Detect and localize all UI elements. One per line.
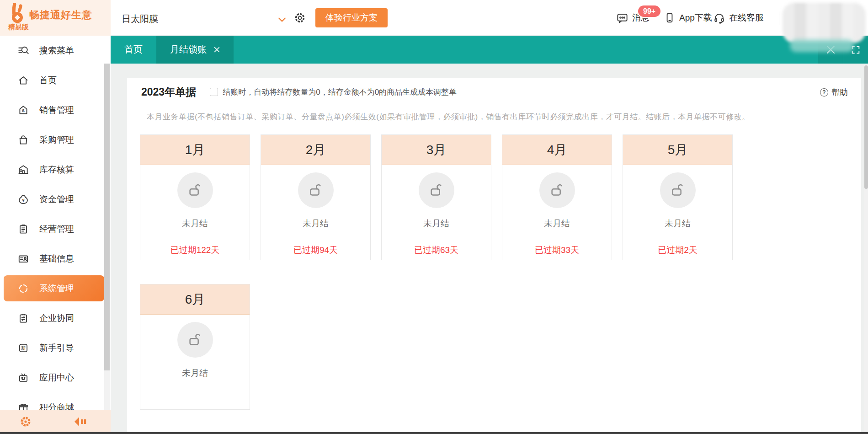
chevron-down-icon <box>277 15 287 25</box>
sidebar-item-sales[interactable]: $ 销售管理 <box>0 95 111 125</box>
svg-text:新: 新 <box>21 346 26 351</box>
sidebar-item-beginner-guide[interactable]: 新 新手引导 <box>0 333 111 363</box>
sidebar-item-label: 积分商城 <box>39 402 74 410</box>
month-card-jun: 6月 未月结 <box>140 284 250 410</box>
gift-icon <box>17 402 29 410</box>
tab-home[interactable]: 首页 <box>111 36 156 64</box>
warehouse-icon <box>17 164 29 176</box>
lock-circle <box>419 172 454 208</box>
month-status: 未月结 <box>544 218 570 230</box>
online-support-button[interactable]: 在线客服 <box>713 0 764 36</box>
clipboard-arrows-icon <box>17 312 29 324</box>
month-card-mar: 3月 未月结 已过期63天 <box>381 134 491 260</box>
sidebar-item-label: 库存核算 <box>39 164 74 176</box>
sidebar-item-basic-info[interactable]: 基础信息 <box>0 244 111 273</box>
month-card-header[interactable]: 1月 <box>140 135 250 165</box>
month-card-body: 未月结 已过期33天 <box>502 165 612 260</box>
brand-panel: 畅捷通好生意 精易版 <box>0 0 111 36</box>
sales-house-dollar-icon: $ <box>17 104 29 116</box>
help-icon: ? <box>820 88 828 96</box>
month-card-body: 未月结 已过期63天 <box>382 165 491 260</box>
page-scrollbar[interactable] <box>864 64 868 434</box>
open-tabs-bar: 首页 月结锁账 <box>111 36 868 64</box>
month-card-feb: 2月 未月结 已过期94天 <box>261 134 371 260</box>
unlock-icon <box>186 331 204 348</box>
store-selector[interactable]: 日太阳膜 <box>121 9 293 29</box>
sidebar-item-inventory[interactable]: 库存核算 <box>0 155 111 184</box>
sidebar-item-label: 应用中心 <box>39 372 74 384</box>
month-status: 未月结 <box>665 218 691 230</box>
help-label: 帮助 <box>831 87 848 98</box>
sidebar-item-label: 新手引导 <box>39 342 74 354</box>
lock-circle <box>298 172 334 208</box>
sidebar-scrollbar[interactable] <box>104 64 110 410</box>
month-overdue: 已过期33天 <box>535 244 579 255</box>
brand-edition-badge: 精易版 <box>8 23 29 32</box>
unlock-icon <box>548 182 566 199</box>
sidebar-item-purchase[interactable]: 采购管理 <box>0 125 111 155</box>
page-scrollbar-thumb[interactable] <box>864 65 868 189</box>
money-bag-icon: ¥ <box>17 193 29 205</box>
tab-home-label: 首页 <box>124 43 143 56</box>
user-account-blurred[interactable] <box>783 3 866 43</box>
sidebar-scrollbar-thumb[interactable] <box>104 64 110 370</box>
search-icon <box>17 45 29 57</box>
blur-smudge <box>790 39 854 52</box>
month-card-header[interactable]: 6月 <box>140 284 250 315</box>
month-card-header[interactable]: 2月 <box>261 135 370 165</box>
lock-circle <box>177 172 213 208</box>
app-header: 畅捷通好生意 精易版 日太阳膜 体验行业方案 消息 99+ <box>0 0 868 36</box>
month-overdue: 已过期2天 <box>658 244 698 255</box>
id-card-icon <box>17 253 29 265</box>
sidebar-item-label: 搜索菜单 <box>39 45 74 57</box>
online-support-label: 在线客服 <box>729 12 764 24</box>
tab-close-icon[interactable] <box>214 47 220 53</box>
taskbar-edge <box>0 432 868 434</box>
sidebar-menu: 搜索菜单 首页 $ 销售管理 <box>0 36 111 410</box>
month-cards-row-2: 6月 未月结 <box>140 284 733 410</box>
sidebar-item-funds[interactable]: ¥ 资金管理 <box>0 184 111 214</box>
sidebar-item-search-menu[interactable]: 搜索菜单 <box>0 36 111 65</box>
cost-adjust-checkbox-label: 结账时，自动将结存数量为0，结存金额不为0的商品生成成本调整单 <box>223 87 457 97</box>
unlock-icon <box>307 182 325 199</box>
lock-circle <box>539 172 575 208</box>
month-card-header[interactable]: 3月 <box>382 135 491 165</box>
home-icon <box>17 75 29 86</box>
month-card-header[interactable]: 4月 <box>502 135 612 165</box>
store-selector-value: 日太阳膜 <box>122 13 158 25</box>
month-end-notice: 本月业务单据(不包括销售订单、采购订单、分量盘点单)必须生效(如果有审批管理，必… <box>147 112 750 122</box>
collapse-sidebar-icon[interactable] <box>73 416 88 428</box>
help-link[interactable]: ? 帮助 <box>820 87 848 98</box>
sidebar: 搜索菜单 首页 $ 销售管理 <box>0 36 111 434</box>
try-industry-solution-button[interactable]: 体验行业方案 <box>315 8 388 27</box>
settings-gear-icon[interactable] <box>293 11 306 24</box>
sidebar-item-label: 基础信息 <box>39 253 74 265</box>
lock-circle <box>177 322 213 358</box>
sidebar-item-app-center[interactable]: 应用中心 <box>0 363 111 392</box>
sidebar-item-label: 销售管理 <box>39 104 74 116</box>
sidebar-item-collaboration[interactable]: 企业协同 <box>0 303 111 333</box>
sidebar-item-operations[interactable]: 经营管理 <box>0 214 111 244</box>
month-card-body: 未月结 已过期122天 <box>140 165 250 260</box>
month-status: 未月结 <box>303 218 329 230</box>
sidebar-item-clipped[interactable]: 积分商城 <box>0 392 111 410</box>
brand-name: 畅捷通好生意 <box>29 8 92 22</box>
sidebar-item-home[interactable]: 首页 <box>0 65 111 95</box>
message-count-badge: 99+ <box>638 5 660 17</box>
cost-adjust-checkbox[interactable] <box>210 88 218 96</box>
app-download-button[interactable]: App下载 <box>664 0 712 36</box>
unlock-icon <box>428 182 445 199</box>
sidebar-item-label: 企业协同 <box>39 312 74 324</box>
month-status: 未月结 <box>423 218 449 230</box>
sidebar-item-system-management[interactable]: 系统管理 <box>4 275 104 301</box>
month-cards: 1月 未月结 已过期122天 2月 <box>140 134 733 410</box>
header-divider <box>779 12 779 25</box>
sidebar-bottom-bar <box>0 410 111 434</box>
tab-month-end-lock-label: 月结锁账 <box>170 43 207 56</box>
month-card-header[interactable]: 5月 <box>623 135 732 165</box>
svg-text:¥: ¥ <box>22 198 25 202</box>
month-card-jan: 1月 未月结 已过期122天 <box>140 134 250 260</box>
svg-text:$: $ <box>22 108 25 113</box>
tab-month-end-lock[interactable]: 月结锁账 <box>156 36 234 64</box>
sidebar-settings-gear-icon[interactable] <box>19 415 32 428</box>
